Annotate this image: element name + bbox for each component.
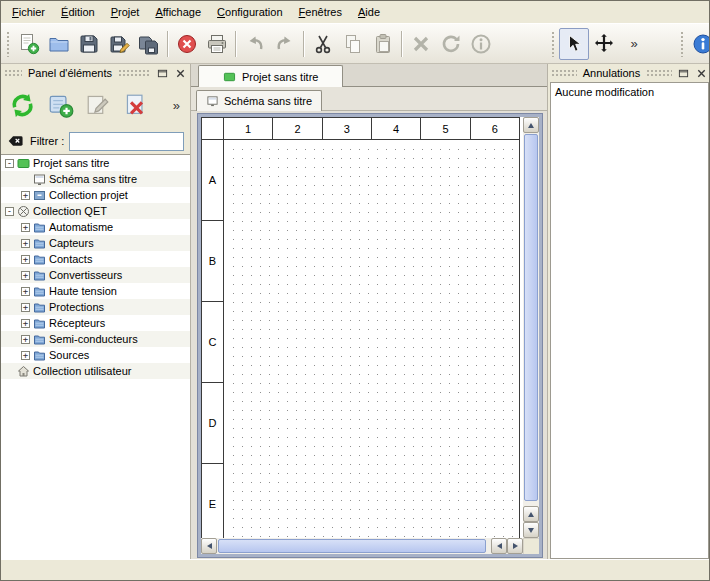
vertical-scrollbar[interactable] bbox=[523, 117, 539, 538]
tree-item-automatisme[interactable]: +Automatisme bbox=[1, 219, 190, 235]
panel-overflow-button[interactable]: » bbox=[173, 99, 183, 112]
undo-button[interactable] bbox=[240, 28, 270, 60]
save-all-button[interactable] bbox=[134, 28, 164, 60]
menu-aide[interactable]: Aide bbox=[350, 1, 388, 23]
delete-icon bbox=[409, 32, 433, 56]
tab-schema-sans-titre[interactable]: Schéma sans titre bbox=[196, 90, 322, 111]
home-icon bbox=[17, 365, 30, 378]
expander-plus-icon[interactable]: + bbox=[21, 319, 30, 328]
tree-item-label: Projet sans titre bbox=[33, 157, 109, 169]
menu-affichage[interactable]: Affichage bbox=[147, 1, 209, 23]
horizontal-scrollbar[interactable] bbox=[201, 538, 523, 554]
tree-item-capteurs[interactable]: +Capteurs bbox=[1, 235, 190, 251]
element-tree: -Projet sans titreSchéma sans titre+Coll… bbox=[1, 154, 190, 559]
tree-item-schema-sans-titre[interactable]: Schéma sans titre bbox=[1, 171, 190, 187]
scroll-up-button-2[interactable] bbox=[523, 506, 539, 522]
expander-plus-icon[interactable]: + bbox=[21, 303, 30, 312]
filter-row: Filtrer : bbox=[1, 128, 190, 154]
toolbar-handle[interactable] bbox=[551, 31, 556, 57]
expander-minus-icon[interactable]: - bbox=[5, 207, 14, 216]
expander-minus-icon[interactable]: - bbox=[5, 159, 14, 168]
close-panel-button[interactable] bbox=[173, 66, 187, 80]
menu-fenetres[interactable]: Fenêtres bbox=[291, 1, 350, 23]
tree-item-convertisseurs[interactable]: +Convertisseurs bbox=[1, 267, 190, 283]
tree-item-haute-tension[interactable]: +Haute tension bbox=[1, 283, 190, 299]
close-panel-button[interactable] bbox=[694, 66, 708, 80]
help-button[interactable] bbox=[688, 28, 710, 60]
tree-item-recepteurs[interactable]: +Récepteurs bbox=[1, 315, 190, 331]
elements-panel-titlebar[interactable]: Panel d'éléments bbox=[1, 64, 190, 82]
toolbar-separator bbox=[167, 31, 169, 57]
expander-plus-icon[interactable]: + bbox=[21, 287, 30, 296]
schema-sheet[interactable]: 123456 ABCDE bbox=[201, 117, 523, 538]
tree-item-contacts[interactable]: +Contacts bbox=[1, 251, 190, 267]
status-bar bbox=[1, 559, 709, 580]
scroll-up-button[interactable] bbox=[523, 117, 539, 133]
folder-icon bbox=[33, 333, 46, 346]
tree-item-sources[interactable]: +Sources bbox=[1, 347, 190, 363]
panel-toolbar: » bbox=[1, 82, 190, 128]
delete-element-button[interactable] bbox=[122, 91, 151, 120]
folder-icon bbox=[33, 317, 46, 330]
vertical-scroll-thumb[interactable] bbox=[524, 134, 538, 501]
delete-button[interactable] bbox=[406, 28, 436, 60]
dock-grip[interactable] bbox=[551, 69, 577, 78]
tree-item-semi-conducteurs[interactable]: +Semi-conducteurs bbox=[1, 331, 190, 347]
toolbar-handle[interactable] bbox=[6, 31, 11, 57]
float-button[interactable] bbox=[155, 66, 169, 80]
expander-plus-icon[interactable]: + bbox=[21, 223, 30, 232]
dock-grip[interactable] bbox=[118, 69, 151, 78]
schema-canvas[interactable] bbox=[225, 141, 518, 538]
scroll-left-button[interactable] bbox=[201, 538, 217, 554]
information-button[interactable] bbox=[466, 28, 496, 60]
tree-item-protections[interactable]: +Protections bbox=[1, 299, 190, 315]
scroll-down-button[interactable] bbox=[523, 522, 539, 538]
dock-grip[interactable] bbox=[4, 69, 22, 78]
horizontal-scroll-thumb[interactable] bbox=[218, 539, 486, 553]
print-button[interactable] bbox=[202, 28, 232, 60]
tree-item-collection-qet[interactable]: -Collection QET bbox=[1, 203, 190, 219]
cut-button[interactable] bbox=[308, 28, 338, 60]
undo-list[interactable]: Aucune modification bbox=[550, 82, 709, 559]
toolbar-handle[interactable] bbox=[680, 31, 685, 57]
menu-configuration[interactable]: Configuration bbox=[209, 1, 290, 23]
save-button[interactable] bbox=[74, 28, 104, 60]
expander-plus-icon[interactable]: + bbox=[21, 351, 30, 360]
new-element-button[interactable] bbox=[46, 91, 75, 120]
menu-fichier[interactable]: Fichier bbox=[4, 1, 53, 23]
filter-input[interactable] bbox=[69, 132, 184, 151]
tree-item-collection-utilisateur[interactable]: Collection utilisateur bbox=[1, 363, 190, 379]
scroll-right-button[interactable] bbox=[507, 538, 523, 554]
reload-collections-button[interactable] bbox=[8, 91, 37, 120]
undo-panel-titlebar[interactable]: Annulations bbox=[548, 64, 710, 82]
menu-projet[interactable]: Projet bbox=[103, 1, 148, 23]
new-file-button[interactable] bbox=[14, 28, 44, 60]
arrow-up-icon bbox=[528, 512, 534, 517]
paste-button[interactable] bbox=[368, 28, 398, 60]
dock-grip[interactable] bbox=[646, 69, 672, 78]
scroll-left-button-2[interactable] bbox=[491, 538, 507, 554]
tree-item-collection-projet[interactable]: +Collection projet bbox=[1, 187, 190, 203]
tab-project-sans-titre[interactable]: Projet sans titre bbox=[198, 65, 343, 87]
redo-button[interactable] bbox=[270, 28, 300, 60]
menu-edition[interactable]: Édition bbox=[53, 1, 103, 23]
toolbar-extension-button[interactable]: » bbox=[619, 28, 649, 60]
tree-item-label: Schéma sans titre bbox=[49, 173, 137, 185]
copy-button[interactable] bbox=[338, 28, 368, 60]
expander-plus-icon[interactable]: + bbox=[21, 335, 30, 344]
rotate-button[interactable] bbox=[436, 28, 466, 60]
float-button[interactable] bbox=[676, 66, 690, 80]
pan-mode-button[interactable] bbox=[589, 28, 619, 60]
save-as-button[interactable] bbox=[104, 28, 134, 60]
resize-corner[interactable] bbox=[523, 538, 539, 554]
expander-plus-icon[interactable]: + bbox=[21, 255, 30, 264]
select-mode-button[interactable] bbox=[559, 28, 589, 60]
tree-item-projet-sans-titre[interactable]: -Projet sans titre bbox=[1, 155, 190, 171]
open-button[interactable] bbox=[44, 28, 74, 60]
expander-plus-icon[interactable]: + bbox=[21, 191, 30, 200]
expander-plus-icon[interactable]: + bbox=[21, 239, 30, 248]
close-schema-button[interactable] bbox=[172, 28, 202, 60]
expander-plus-icon[interactable]: + bbox=[21, 271, 30, 280]
clear-filter-button[interactable] bbox=[7, 133, 25, 149]
edit-element-button[interactable] bbox=[84, 91, 113, 120]
